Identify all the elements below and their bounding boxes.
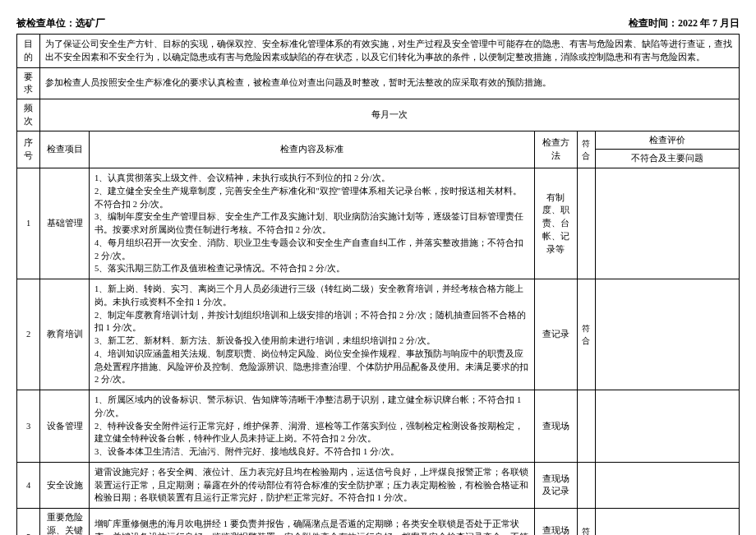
header-row-1: 序号 检查项目 检查内容及标准 检查方法 符合 检查评价 [17,131,740,150]
method-cell: 查记录 [534,279,577,390]
require-text: 参加检查人员按照安全生产标准化的要求认真检查，被检查单位对查出问题及时整改，暂时… [40,67,740,99]
eval-sub-header: 不符合及主要问题 [595,150,739,168]
table-row: 1基础管理1、认真贯彻落实上级文件、会议精神，未执行或执行不到位的扣 2 分/次… [17,168,740,279]
method-header: 检查方法 [534,131,577,168]
eval-header: 检查评价 [595,131,739,150]
purpose-row: 目的 为了保证公司安全生产方针、目标的实现，确保双控、安全标准化管理体系的有效实… [17,35,740,68]
seq-header: 序号 [17,131,40,168]
require-label: 要求 [17,67,40,99]
table-row: 4安全设施避雷设施完好；各安全阀、液位计、压力表完好且均在检验期内，运送信号良好… [17,462,740,508]
seq-cell: 4 [17,462,40,508]
eval-cell [595,168,739,279]
fuhe-cell [577,168,595,279]
content-cell: 1、所属区域内的设备标识、警示标识、告知牌等清晰干净整洁易于识别，建立健全标识牌… [90,390,535,463]
unit-label: 被检查单位：选矿厂 [16,16,105,30]
seq-cell: 3 [17,390,40,463]
item-header: 检查项目 [40,131,90,168]
method-cell: 有制度、职责、台帐、记录等 [534,168,577,279]
item-cell: 基础管理 [40,168,90,279]
eval-cell [595,509,739,536]
content-cell: 1、新上岗、转岗、实习、离岗三个月人员必须进行三级（转红岗二级）安全教育培训，并… [90,279,535,390]
eval-cell [595,279,739,390]
method-cell: 查现场及记录 [534,509,577,536]
seq-cell: 2 [17,279,40,390]
frequency-row: 频次 每月一次 [17,99,740,131]
item-cell: 设备管理 [40,390,90,463]
content-cell: 避雷设施完好；各安全阀、液位计、压力表完好且均在检验期内，运送信号良好，上坪煤良… [90,462,535,508]
inspection-table: 目的 为了保证公司安全生产方针、目标的实现，确保双控、安全标准化管理体系的有效实… [16,34,740,535]
item-cell: 安全设施 [40,462,90,508]
content-header: 检查内容及标准 [90,131,535,168]
table-row: 2教育培训1、新上岗、转岗、实习、离岗三个月人员必须进行三级（转红岗二级）安全教… [17,279,740,390]
purpose-label: 目的 [17,35,40,68]
seq-cell: 5 [17,509,40,536]
doc-header: 被检查单位：选矿厂 检查时间：2022 年 7 月日 [16,16,740,30]
item-cell: 教育培训 [40,279,90,390]
eval-cell [595,462,739,508]
method-cell: 查现场 [534,390,577,463]
freq-text: 每月一次 [40,99,740,131]
fuhe-cell [577,390,595,463]
require-row: 要求 参加检查人员按照安全生产标准化的要求认真检查，被检查单位对查出问题及时整改… [17,67,740,99]
method-cell: 查现场及记录 [534,462,577,508]
content-cell: 1、认真贯彻落实上级文件、会议精神，未执行或执行不到位的扣 2 分/次。 2、建… [90,168,535,279]
fuhe-cell [577,462,595,508]
seq-cell: 1 [17,168,40,279]
eval-cell [595,390,739,463]
item-cell: 重要危险源、关键装置及重点部位 [40,509,90,536]
table-row: 5重要危险源、关键装置及重点部位增旷库重修侧患的海月吹电拼经 1 要负责并报告，… [17,509,740,536]
fuhe-header: 符合 [577,131,595,168]
fuhe-cell: 符合 [577,509,595,536]
content-cell: 增旷库重修侧患的海月吹电拼经 1 要负责并报告，确隔潴点是否遁的定期睇；各类安全… [90,509,535,536]
table-row: 3设备管理1、所属区域内的设备标识、警示标识、告知牌等清晰干净整洁易于识别，建立… [17,390,740,463]
freq-label: 频次 [17,99,40,131]
time-label: 检查时间：2022 年 7 月日 [629,16,740,30]
purpose-text: 为了保证公司安全生产方针、目标的实现，确保双控、安全标准化管理体系的有效实施，对… [40,35,740,68]
fuhe-cell: 符合 [577,279,595,390]
